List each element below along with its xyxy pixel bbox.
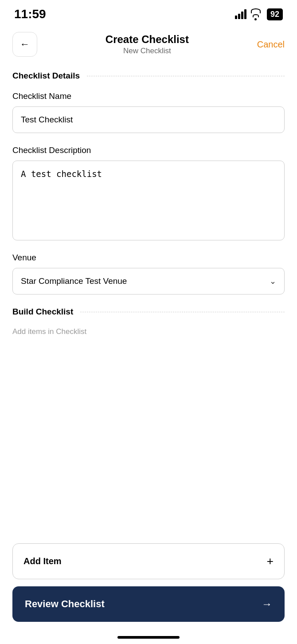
build-checklist-subtitle: Add items in Checklist (12, 327, 86, 336)
page-content: Checklist Details Checklist Name Checkli… (0, 71, 297, 443)
status-icons: 92 (235, 8, 283, 20)
checklist-description-label: Checklist Description (12, 145, 285, 155)
add-item-button[interactable]: Add Item + (12, 543, 285, 579)
venue-label: Venue (12, 253, 285, 263)
build-checklist-title: Build Checklist (12, 307, 73, 317)
battery-indicator: 92 (267, 8, 283, 20)
review-checklist-arrow-icon: → (262, 598, 272, 610)
wifi-icon (251, 8, 261, 20)
checklist-name-input[interactable] (12, 106, 285, 133)
header-center: Create Checklist New Checklist (44, 33, 250, 55)
add-item-label: Add Item (23, 556, 62, 566)
cancel-button[interactable]: Cancel (257, 36, 285, 53)
section-divider-details (87, 76, 285, 76)
page-subtitle: New Checklist (44, 47, 250, 55)
review-checklist-button[interactable]: Review Checklist → (12, 586, 285, 622)
checklist-description-input[interactable] (12, 161, 285, 240)
section-divider-build (80, 312, 285, 312)
back-arrow-icon: ← (20, 39, 30, 50)
status-bar: 11:59 92 (0, 0, 297, 25)
page-title: Create Checklist (44, 33, 250, 46)
status-time: 11:59 (14, 7, 46, 21)
signal-icon (235, 9, 246, 19)
add-item-plus-icon: + (267, 554, 274, 568)
chevron-down-icon: ⌄ (270, 276, 276, 286)
bottom-area: Add Item + Review Checklist → (0, 543, 297, 644)
checklist-details-section-header: Checklist Details (12, 71, 285, 81)
review-checklist-label: Review Checklist (25, 598, 105, 610)
venue-dropdown[interactable]: Star Compliance Test Venue ⌄ (12, 268, 285, 295)
build-checklist-section-header: Build Checklist (12, 307, 285, 317)
checklist-details-title: Checklist Details (12, 71, 80, 81)
venue-value: Star Compliance Test Venue (21, 276, 127, 286)
home-indicator (117, 636, 180, 639)
build-checklist-section: Build Checklist Add items in Checklist (12, 307, 285, 336)
back-button[interactable]: ← (12, 32, 37, 57)
page-header: ← Create Checklist New Checklist Cancel (0, 25, 297, 64)
checklist-name-label: Checklist Name (12, 91, 285, 101)
